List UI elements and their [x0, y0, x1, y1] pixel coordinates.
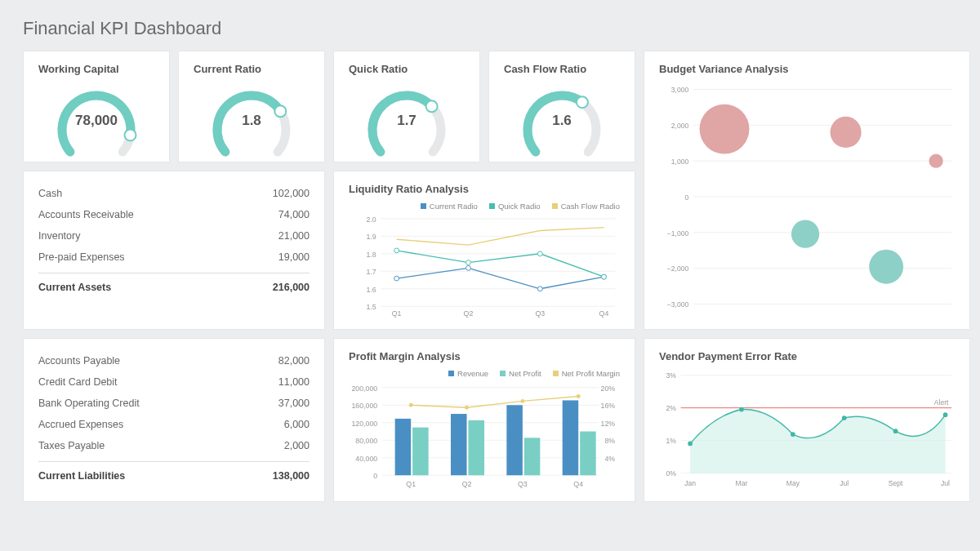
svg-text:1.9: 1.9 [366, 233, 376, 241]
svg-text:16%: 16% [601, 402, 616, 410]
svg-point-36 [466, 265, 471, 270]
alert-label: Alert [934, 398, 949, 407]
svg-point-20 [831, 117, 862, 148]
svg-text:8%: 8% [604, 437, 615, 445]
svg-point-2 [426, 100, 438, 112]
svg-text:−2,000: −2,000 [667, 264, 689, 273]
svg-text:Sept: Sept [889, 479, 903, 487]
svg-text:12%: 12% [601, 420, 616, 428]
svg-point-75 [577, 394, 581, 398]
gauge: 1.8 [207, 85, 296, 150]
svg-point-40 [466, 260, 471, 265]
gauge-label: Working Capital [38, 63, 119, 75]
svg-point-89 [688, 442, 693, 447]
svg-text:1.8: 1.8 [366, 251, 376, 259]
chart-title: Budget Variance Analysis [659, 63, 955, 75]
table-row: Bank Operating Credit37,000 [38, 393, 310, 414]
svg-point-37 [537, 287, 542, 291]
profit-margin-card: Profit Margin Analysis Revenue Net Profi… [333, 338, 635, 502]
svg-text:200,000: 200,000 [351, 384, 377, 393]
legend-item: Revenue [457, 369, 488, 378]
svg-text:0: 0 [684, 193, 688, 202]
svg-text:Mar: Mar [736, 479, 748, 487]
gauge-value: 1.6 [517, 113, 607, 129]
gauge-value: 78,000 [51, 113, 141, 129]
svg-point-22 [929, 154, 943, 168]
svg-rect-70 [563, 400, 579, 475]
budget-variance-card: Budget Variance Analysis 3,0002,000 1,00… [644, 51, 970, 330]
svg-text:2,000: 2,000 [671, 122, 689, 130]
svg-text:0: 0 [373, 472, 377, 480]
svg-text:Jul: Jul [840, 479, 849, 487]
chart-legend: Current Radio Quick Radio Cash Flow Radi… [349, 202, 620, 211]
gauge: 1.7 [362, 85, 452, 150]
table-row: Taxes Payable2,000 [38, 435, 310, 456]
legend-item: Net Profit [509, 369, 541, 378]
vendor-error-card: Vendor Payment Error Rate 3%2%1%0% Alert… [644, 338, 970, 502]
svg-point-39 [394, 248, 399, 253]
table-total: Current Liabilities138,000 [38, 461, 310, 483]
gauge-current-ratio: Current Ratio 1.8 [178, 51, 325, 162]
svg-point-0 [125, 129, 136, 140]
svg-text:1.7: 1.7 [366, 268, 376, 276]
svg-text:40,000: 40,000 [355, 455, 377, 463]
svg-text:Q1: Q1 [406, 480, 416, 488]
gauge-label: Cash Flow Ratio [504, 63, 586, 75]
svg-text:May: May [786, 479, 800, 487]
table-row: Accounts Receivable74,000 [38, 204, 310, 225]
assets-table: Cash102,000Accounts Receivable74,000Inve… [38, 183, 310, 295]
svg-rect-71 [580, 431, 596, 475]
svg-rect-68 [506, 405, 523, 475]
chart-title: Liquidity Ratio Analysis [349, 183, 620, 195]
svg-text:120,000: 120,000 [351, 420, 377, 428]
gauge-working-capital: Working Capital 78,000 [23, 51, 170, 162]
svg-text:−3,000: −3,000 [667, 300, 689, 309]
gauge: 78,000 [51, 85, 141, 150]
svg-text:4%: 4% [604, 455, 615, 463]
page-title: Financial KPI Dashboard [23, 18, 957, 39]
svg-point-93 [893, 429, 898, 433]
svg-text:Q3: Q3 [535, 309, 545, 318]
svg-text:20%: 20% [601, 384, 616, 393]
profit-chart: 200,000160,000120,00080,00040,0000 20%16… [349, 381, 620, 489]
svg-text:−1,000: −1,000 [667, 229, 689, 238]
svg-rect-64 [395, 419, 412, 475]
svg-text:Jul: Jul [941, 479, 950, 487]
svg-point-18 [700, 104, 750, 154]
svg-point-92 [842, 415, 847, 420]
svg-point-72 [409, 403, 413, 407]
table-row: Pre-paid Expenses19,000 [38, 247, 310, 268]
table-row: Cash102,000 [38, 183, 310, 204]
liabilities-table: Accounts Payable82,000Credit Card Debit1… [38, 350, 310, 483]
svg-text:3%: 3% [666, 371, 677, 380]
liquidity-card: Liquidity Ratio Analysis Current Radio Q… [333, 171, 635, 330]
gauge-value: 1.7 [362, 113, 452, 129]
legend-item: Net Profit Margin [562, 369, 620, 378]
gauge-cash-flow-ratio: Cash Flow Ratio 1.6 [488, 51, 635, 162]
table-row: Inventory21,000 [38, 225, 310, 247]
svg-text:3,000: 3,000 [671, 86, 689, 94]
budget-variance-chart: 3,0002,000 1,0000 −1,000−2,000 −3,000 [659, 82, 955, 315]
svg-text:Q4: Q4 [599, 309, 609, 318]
gauge-label: Current Ratio [194, 63, 261, 75]
svg-point-90 [739, 407, 744, 412]
svg-text:80,000: 80,000 [355, 437, 377, 445]
chart-title: Profit Margin Analysis [349, 350, 620, 362]
svg-point-21 [869, 250, 903, 284]
legend-item: Current Radio [430, 202, 478, 211]
svg-text:Q4: Q4 [573, 480, 583, 488]
svg-point-91 [791, 432, 795, 437]
svg-rect-66 [451, 414, 467, 475]
svg-text:2%: 2% [666, 404, 677, 412]
svg-text:0%: 0% [666, 469, 677, 478]
svg-point-73 [465, 406, 469, 410]
gauge-quick-ratio: Quick Ratio 1.7 [333, 51, 480, 162]
svg-text:Jan: Jan [684, 479, 696, 487]
svg-text:1.6: 1.6 [366, 286, 376, 294]
current-assets-card: Cash102,000Accounts Receivable74,000Inve… [23, 171, 325, 330]
table-row: Accounts Payable82,000 [38, 350, 310, 371]
svg-point-74 [520, 399, 524, 403]
svg-point-41 [537, 251, 542, 256]
svg-text:1%: 1% [666, 437, 677, 445]
gauge-label: Quick Ratio [349, 63, 408, 75]
